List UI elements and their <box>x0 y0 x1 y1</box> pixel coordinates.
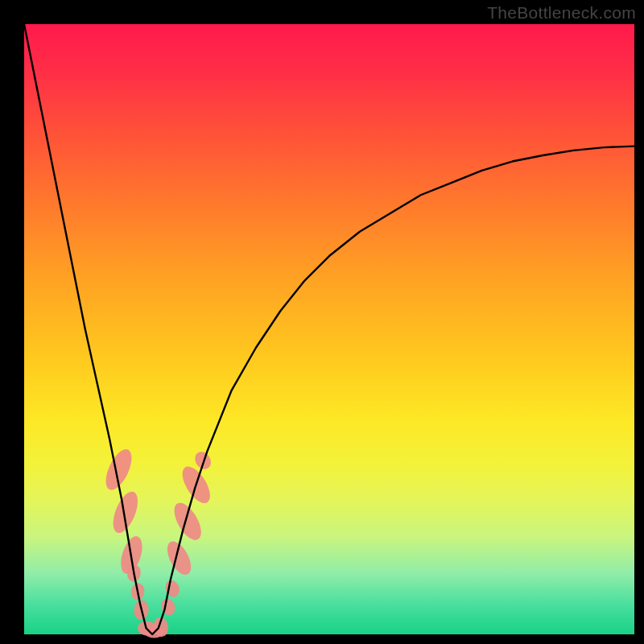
curve-layer <box>24 24 634 634</box>
curve-marker <box>163 578 181 599</box>
bottleneck-curve <box>24 24 634 634</box>
plot-area <box>24 24 634 634</box>
curve-marker <box>169 498 207 544</box>
curve-marker <box>192 449 213 473</box>
curve-marker-group <box>101 445 216 638</box>
curve-marker <box>159 597 177 617</box>
chart-frame: TheBottleneck.com <box>0 0 644 644</box>
curve-marker <box>108 489 142 537</box>
watermark-text: TheBottleneck.com <box>487 3 636 23</box>
